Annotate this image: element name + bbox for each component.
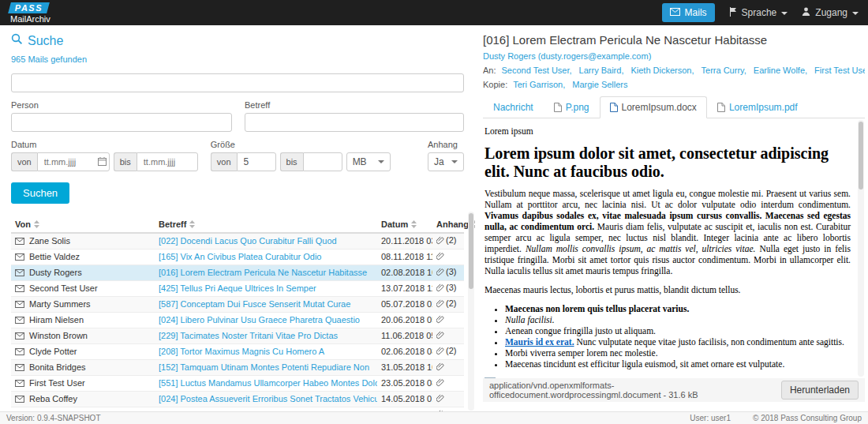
flag-icon (729, 7, 737, 19)
size-from-input[interactable] (237, 152, 276, 171)
mail-date: 13.07.2018 11:06 (377, 281, 432, 297)
table-row[interactable]: Zane Solis [022] Docendi Lacus Quo Curab… (11, 233, 464, 250)
document-viewer: Lorem ipsum Lorem ipsum dolor sit amet, … (483, 118, 865, 378)
table-row[interactable]: Clyde Potter [208] Tortor Maximus Magnis… (11, 344, 464, 360)
envelope-icon (15, 284, 24, 295)
mail-subject-link[interactable]: [152] Tamquam Utinam Montes Potenti Repu… (159, 362, 369, 372)
download-button[interactable]: Herunterladen (781, 381, 859, 400)
size-label: Größe (211, 140, 391, 149)
table-row[interactable]: First Test User [551] Luctus Mandamus Ul… (11, 376, 464, 392)
mail-subject-link[interactable]: [229] Tacimates Noster Tritani Vitae Pro… (159, 331, 338, 340)
mail-date: 02.08.2018 10:56 (377, 265, 432, 281)
mail-subject-link[interactable]: [022] Docendi Lacus Quo Curabitur Falli … (159, 236, 337, 246)
table-row[interactable]: Dusty Rogers [016] Lorem Electram Pericu… (11, 265, 464, 281)
doc-text-segment: Aenean congue fringilla justo ut aliquam… (505, 326, 656, 336)
column-header-von[interactable]: Von (11, 216, 155, 233)
column-header-anhang[interactable]: Anhang (432, 216, 464, 233)
table-row[interactable]: Bettie Valdez [165] Vix An Civibus Plate… (11, 250, 464, 265)
date-label: Datum (11, 140, 198, 149)
attachment-count: (3) (446, 283, 456, 292)
fulltext-search-input[interactable] (11, 73, 464, 92)
access-menu[interactable]: Zugang (802, 7, 859, 18)
column-header-betreff[interactable]: Betreff (155, 216, 377, 233)
tab-nachricht[interactable]: Nachricht (483, 96, 544, 118)
broken-image-icon (485, 377, 851, 378)
paperclip-icon (436, 394, 444, 405)
copy-recipients-row: Kopie:Teri Garrison,Margie Sellers (483, 80, 865, 89)
table-row[interactable]: Second Test User [425] Tellus Pri Aeque … (11, 281, 464, 297)
envelope-icon (15, 332, 24, 342)
file-icon (717, 103, 725, 112)
language-menu[interactable]: Sprache (729, 7, 788, 19)
tab-loremipsum-pdf[interactable]: LoremIpsum.pdf (707, 96, 808, 118)
person-subject-row: Person Betreff (11, 100, 464, 132)
mail-sender: Bonita Bridges (29, 362, 86, 372)
attachment-count: (3) (446, 267, 456, 276)
tab-p-png[interactable]: P.png (544, 96, 600, 118)
scrollbar-thumb[interactable] (859, 122, 863, 189)
mail-subject-link[interactable]: [016] Lorem Electram Pericula Ne Nascetu… (159, 268, 367, 277)
mail-sender: Hiram Nielsen (29, 315, 84, 325)
mails-button[interactable]: Mails (662, 3, 715, 22)
recipient-link[interactable]: Terra Curry, (702, 66, 746, 75)
size-to-input[interactable] (303, 152, 342, 171)
envelope-icon (15, 379, 24, 389)
recipient-link[interactable]: Earline Wolfe, (754, 66, 807, 75)
date-from-input[interactable] (37, 152, 110, 171)
mail-subject-link[interactable]: [024] Postea Assueverit Erroribus Sonet … (159, 394, 377, 403)
mail-subject-link[interactable]: [587] Conceptam Dui Fusce Senserit Mutat… (159, 299, 350, 309)
sender-link[interactable]: Dusty Rogers (dusty.rogers@example.com) (483, 51, 651, 61)
attachment-label: Anhang (428, 140, 464, 149)
mail-subject-link[interactable]: [208] Tortor Maximus Magnis Cu Homero A (159, 347, 324, 356)
chevron-down-icon (781, 12, 788, 15)
subject-input[interactable] (245, 113, 464, 132)
paperclip-icon (436, 347, 444, 358)
mail-subject-link[interactable]: [551] Luctus Mandamus Ullamcorper Habeo … (159, 378, 377, 388)
recipient-link[interactable]: Teri Garrison, (513, 80, 565, 89)
person-input[interactable] (11, 113, 232, 132)
mail-subject-link[interactable]: [024] Libero Pulvinar Usu Graece Pharetr… (159, 315, 360, 325)
recipient-link[interactable]: Kieth Dickerson, (630, 66, 694, 75)
document-scrollbar[interactable] (858, 120, 864, 377)
scrollbar-thumb[interactable] (469, 213, 473, 289)
attachment-mime-info: application/vnd.openxmlformats-officedoc… (489, 381, 781, 400)
size-unit-select[interactable]: MB (346, 152, 391, 171)
mail-sender: First Test User (29, 378, 85, 388)
doc-text-segment: Vestibulum neque massa, scelerisque ut a… (485, 189, 851, 209)
tab-loremipsum-docx[interactable]: LoremIpsum.docx (600, 96, 707, 118)
result-count: 965 Mails gefunden (11, 54, 464, 64)
mail-list-scrollbar[interactable] (468, 212, 474, 411)
table-row[interactable]: Bonita Bridges [152] Tamquam Utinam Mont… (11, 360, 464, 376)
pass-logo-shape: PASS (8, 2, 50, 13)
table-row[interactable]: Hiram Nielsen [024] Libero Pulvinar Usu … (11, 313, 464, 328)
table-row[interactable]: Reba Coffey [024] Postea Assueverit Erro… (11, 392, 464, 407)
envelope-icon (670, 7, 680, 18)
chevron-down-icon (378, 160, 384, 163)
search-submit-button[interactable]: Suchen (11, 182, 69, 204)
recipient-link[interactable]: Larry Baird, (579, 66, 624, 75)
doc-para-2: Maecenas mauris lectus, lobortis et puru… (485, 284, 851, 295)
paperclip-icon (436, 268, 444, 279)
mail-subject-link[interactable]: [165] Vix An Civibus Platea Curabitur Od… (159, 252, 321, 261)
table-row[interactable]: Winston Brown [229] Tacimates Noster Tri… (11, 328, 464, 344)
table-row[interactable]: Marty Summers [587] Conceptam Dui Fusce … (11, 297, 464, 313)
app-logo[interactable]: PASS MailArchiv (9, 2, 51, 24)
column-header-datum[interactable]: Datum (377, 216, 432, 233)
language-menu-label: Sprache (742, 7, 777, 18)
mail-date: 02.06.2018 08:35 (377, 344, 432, 360)
envelope-icon (15, 300, 24, 310)
status-footer: Version: 0.9.4-SNAPSHOT User: user1 © 20… (0, 411, 868, 424)
paperclip-icon (436, 331, 444, 342)
doc-text-segment: Nullam mollis convallis ipsum, ac mattis… (526, 244, 756, 253)
copyright-text: © 2018 Pass Consulting Group (753, 414, 862, 422)
recipient-link[interactable]: First Test User (814, 66, 865, 75)
envelope-icon (15, 253, 24, 263)
recipient-link[interactable]: Margie Sellers (572, 80, 627, 89)
mail-date: 31.05.2018 10:41 (377, 360, 432, 376)
doc-inline-link[interactable]: Mauris id ex erat. (505, 337, 574, 347)
date-to-input[interactable] (137, 152, 198, 171)
attachment-select[interactable]: Ja (428, 152, 464, 171)
mail-subject-link[interactable]: [425] Tellus Pri Aeque Ultrices In Sempe… (159, 283, 316, 293)
recipient-link[interactable]: Second Test User, (502, 66, 572, 75)
navbar-right: Mails Sprache Zugang (662, 3, 859, 22)
